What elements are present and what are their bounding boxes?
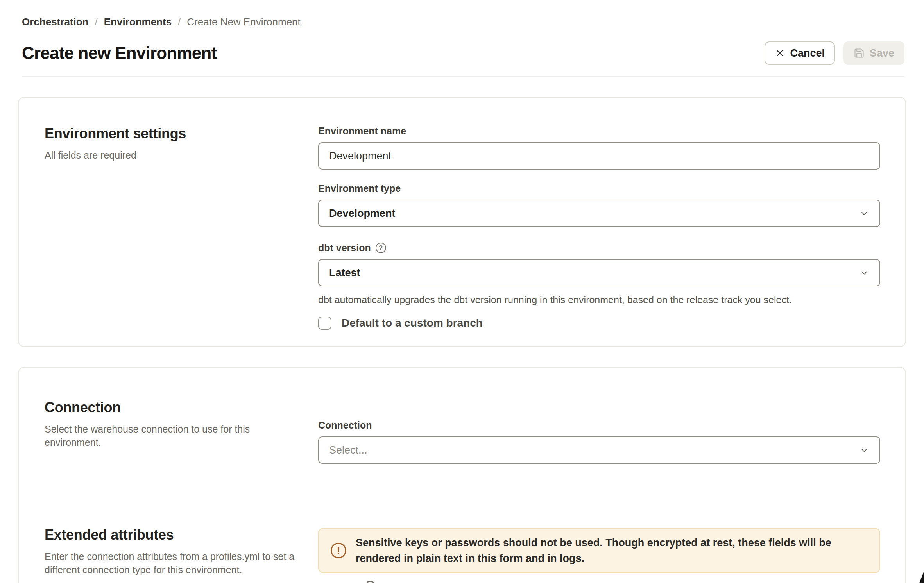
dbt-version-label-row: dbt version ? [318, 242, 880, 254]
environment-settings-card: Environment settings All fields are requ… [18, 97, 906, 347]
settings-section-subtitle: All fields are required [45, 148, 303, 162]
connection-card: Connection Select the warehouse connecti… [18, 367, 906, 583]
custom-branch-checkbox[interactable] [318, 317, 331, 330]
close-icon [775, 48, 785, 58]
connection-placeholder: Select... [329, 444, 367, 456]
extended-attributes-intro: Extended attributes Enter the connection… [45, 526, 318, 576]
extended-attributes-subtitle: Enter the connection attributes from a p… [45, 550, 303, 576]
warning-banner: ! Sensitive keys or passwords should not… [318, 528, 880, 573]
chevron-down-icon [858, 207, 870, 219]
breadcrumb: Orchestration / Environments / Create Ne… [22, 16, 904, 28]
breadcrumb-separator: / [95, 16, 98, 28]
environment-type-value: Development [329, 207, 396, 220]
chevron-down-icon [858, 444, 870, 456]
breadcrumb-item-orchestration[interactable]: Orchestration [22, 16, 89, 28]
header-divider [22, 76, 904, 77]
help-icon[interactable]: ? [376, 243, 386, 253]
breadcrumb-separator: / [178, 16, 181, 28]
page-title: Create new Environment [22, 43, 217, 63]
settings-section-title: Environment settings [45, 125, 303, 142]
settings-form: Environment name Environment type Develo… [318, 125, 880, 346]
extended-attributes-title: Extended attributes [45, 526, 303, 544]
save-icon [854, 48, 865, 59]
connection-card-intro: Connection Select the warehouse connecti… [45, 399, 318, 464]
cursor-artifact [919, 571, 924, 583]
extended-attributes-row: Extended attributes Enter the connection… [45, 526, 880, 576]
save-button-label: Save [870, 47, 894, 59]
connection-form: Connection Select... [318, 399, 880, 464]
extended-attributes-form: ! Sensitive keys or passwords should not… [318, 526, 880, 576]
warning-icon: ! [331, 543, 346, 558]
environment-name-input[interactable] [318, 142, 880, 170]
custom-branch-row: Default to a custom branch [318, 317, 880, 330]
connection-label: Connection [318, 419, 880, 431]
environment-type-select[interactable]: Development [318, 200, 880, 227]
cancel-button[interactable]: Cancel [765, 41, 835, 65]
title-row: Create new Environment Cancel [22, 41, 904, 65]
dbt-version-helper-text: dbt automatically upgrades the dbt versi… [318, 294, 880, 306]
page-header: Orchestration / Environments / Create Ne… [0, 0, 924, 77]
connection-select[interactable]: Select... [318, 436, 880, 464]
cancel-button-label: Cancel [790, 47, 825, 59]
connection-row: Connection Select the warehouse connecti… [45, 399, 880, 464]
warning-text: Sensitive keys or passwords should not b… [356, 535, 868, 566]
create-environment-page: Orchestration / Environments / Create Ne… [0, 0, 924, 583]
breadcrumb-item-current: Create New Environment [187, 16, 300, 28]
dbt-version-value: Latest [329, 267, 360, 279]
breadcrumb-item-environments[interactable]: Environments [104, 16, 172, 28]
header-actions: Cancel Save [765, 41, 904, 65]
connection-section-subtitle: Select the warehouse connection to use f… [45, 422, 303, 449]
dbt-version-select[interactable]: Latest [318, 259, 880, 286]
connection-section-title: Connection [45, 399, 303, 416]
save-button[interactable]: Save [843, 41, 904, 65]
environment-name-label: Environment name [318, 125, 880, 137]
custom-branch-label: Default to a custom branch [342, 317, 483, 329]
main-content: Environment settings All fields are requ… [0, 97, 924, 583]
chevron-down-icon [858, 267, 870, 279]
environment-type-label: Environment type [318, 182, 880, 194]
dbt-version-label: dbt version [318, 242, 371, 254]
settings-card-intro: Environment settings All fields are requ… [45, 125, 318, 346]
